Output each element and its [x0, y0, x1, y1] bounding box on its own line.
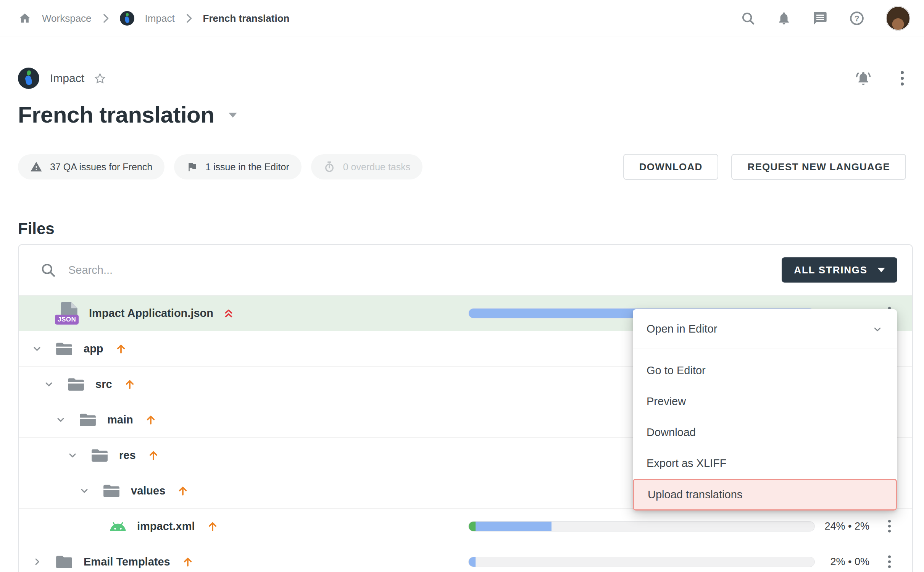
progress-label: 2% • 0%: [830, 556, 869, 568]
project-logo: [18, 68, 39, 89]
qa-issues-chip[interactable]: 37 QA issues for French: [18, 154, 164, 179]
messages-icon[interactable]: [813, 11, 828, 26]
search-input[interactable]: [68, 264, 782, 276]
chevron-down-icon[interactable]: [67, 450, 78, 461]
menu-item-label: Open in Editor: [647, 323, 717, 335]
high-priority-icon: [223, 307, 234, 319]
topbar: Workspace Impact French translation ?: [0, 0, 924, 37]
file-name[interactable]: impact.xml: [137, 520, 195, 533]
folder-name[interactable]: Email Templates: [84, 556, 170, 568]
chevron-down-icon: [872, 323, 883, 335]
progress-bar: [468, 521, 815, 532]
search-icon[interactable]: [741, 11, 755, 26]
json-badge: JSON: [55, 315, 79, 325]
menu-item-open-in-editor[interactable]: Open in Editor: [633, 309, 897, 349]
upload-arrow-icon[interactable]: [177, 485, 189, 497]
files-toolbar: ALL STRINGS: [19, 245, 912, 295]
file-name[interactable]: Impact Application.json: [89, 307, 213, 320]
avatar[interactable]: [886, 6, 910, 31]
chevron-down-icon[interactable]: [79, 485, 90, 496]
all-strings-filter-button[interactable]: ALL STRINGS: [782, 257, 897, 283]
breadcrumb-workspace[interactable]: Workspace: [42, 13, 92, 24]
chevron-right-icon: [102, 13, 109, 24]
menu-item-export-as-xliff[interactable]: Export as XLIFF: [633, 448, 897, 479]
project-logo: [120, 11, 134, 26]
folder-open-icon: [55, 341, 73, 356]
notifications-bell-icon[interactable]: [777, 11, 791, 26]
progress-label: 24% • 2%: [824, 520, 869, 532]
search-icon: [40, 262, 56, 278]
table-row-impact-xml[interactable]: impact.xml 24% • 2%: [19, 508, 912, 544]
chevron-right-icon: [185, 13, 192, 24]
folder-name[interactable]: app: [84, 343, 103, 355]
folder-open-icon: [91, 448, 108, 462]
request-new-language-button[interactable]: REQUEST NEW LANGUAGE: [731, 154, 906, 180]
page-title: French translation: [18, 100, 214, 129]
folder-icon: [55, 554, 73, 569]
editor-issues-chip[interactable]: 1 issue in the Editor: [174, 154, 302, 179]
menu-item-download[interactable]: Download: [633, 417, 897, 448]
menu-item-upload-translations[interactable]: Upload translations: [633, 479, 897, 511]
breadcrumb: Workspace Impact French translation: [18, 11, 289, 26]
stopwatch-icon: [323, 161, 335, 173]
folder-name[interactable]: src: [95, 378, 112, 391]
warning-icon: [30, 161, 42, 173]
upload-arrow-icon[interactable]: [145, 414, 157, 426]
home-icon[interactable]: [18, 12, 31, 25]
row-kebab-menu[interactable]: [887, 554, 892, 570]
project-kebab-menu[interactable]: [898, 69, 906, 88]
breadcrumb-current: French translation: [203, 13, 290, 24]
overdue-tasks-label: 0 overdue tasks: [343, 162, 411, 173]
project-name: Impact: [50, 72, 84, 85]
status-chips: 37 QA issues for French 1 issue in the E…: [18, 154, 422, 179]
chevron-down-icon[interactable]: [32, 343, 42, 354]
upload-arrow-icon[interactable]: [206, 520, 219, 532]
project-header: Impact French translation 37 QA issues f…: [0, 68, 924, 180]
help-icon[interactable]: ?: [849, 11, 864, 26]
project-notifications-bell-icon[interactable]: [855, 70, 872, 87]
title-dropdown-caret[interactable]: [229, 113, 237, 118]
star-icon[interactable]: [94, 72, 106, 85]
android-file-icon: [109, 520, 127, 533]
flag-icon: [186, 161, 198, 173]
editor-issues-label: 1 issue in the Editor: [205, 162, 289, 173]
json-file-icon: JSON: [58, 302, 78, 324]
download-button[interactable]: DOWNLOAD: [623, 154, 719, 180]
chevron-right-icon[interactable]: [32, 556, 42, 567]
chevron-down-icon[interactable]: [44, 379, 54, 389]
upload-arrow-icon[interactable]: [182, 556, 194, 568]
row-kebab-menu[interactable]: [887, 519, 892, 534]
chevron-down-icon: [877, 268, 885, 272]
upload-arrow-icon[interactable]: [147, 449, 160, 461]
folder-name[interactable]: res: [119, 449, 136, 462]
folder-name[interactable]: values: [131, 485, 165, 497]
svg-text:?: ?: [854, 14, 859, 23]
menu-item-preview[interactable]: Preview: [633, 386, 897, 417]
file-context-menu: Open in Editor Go to Editor Preview Down…: [633, 309, 897, 511]
overdue-tasks-chip[interactable]: 0 overdue tasks: [311, 154, 423, 179]
upload-arrow-icon[interactable]: [115, 343, 127, 355]
topbar-actions: ?: [741, 6, 910, 31]
folder-name[interactable]: main: [107, 414, 133, 426]
chevron-down-icon[interactable]: [55, 414, 66, 425]
all-strings-label: ALL STRINGS: [794, 264, 868, 276]
menu-list: Go to Editor Preview Download Export as …: [633, 349, 897, 511]
progress-bar: [468, 557, 815, 567]
qa-issues-label: 37 QA issues for French: [50, 162, 152, 173]
table-row-folder-email-templates[interactable]: Email Templates 2% • 0%: [19, 544, 912, 572]
menu-item-go-to-editor[interactable]: Go to Editor: [633, 355, 897, 386]
folder-open-icon: [67, 377, 85, 391]
folder-open-icon: [103, 483, 120, 498]
folder-open-icon: [79, 412, 97, 427]
upload-arrow-icon[interactable]: [124, 378, 136, 390]
files-heading: Files: [0, 220, 924, 238]
breadcrumb-project[interactable]: Impact: [145, 13, 175, 24]
